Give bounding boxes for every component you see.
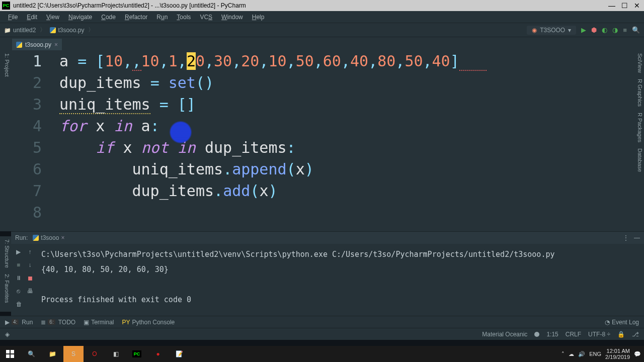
console-output[interactable]: C:\Users\t3so\PycharmProjects\untitled2\… [37,244,644,316]
menu-run[interactable]: Run [152,13,172,22]
line-number: 5 [15,137,59,158]
chevron-right-icon: 〉 [88,26,94,34]
code-line[interactable] [59,202,68,223]
language-indicator[interactable]: ENG [589,351,601,357]
lock-icon[interactable]: 🔒 [617,331,625,338]
sciview-tool[interactable]: SciView [634,53,643,73]
coverage-button[interactable]: ◐ [602,26,607,34]
line-number: 3 [15,94,59,115]
line-number: 1 [15,50,59,72]
line-number: 6 [15,158,59,180]
pycharm-taskbar-icon[interactable]: PC [127,346,147,362]
stop-button[interactable]: ■ [623,26,627,34]
close-icon[interactable]: × [61,234,64,241]
rerun-button[interactable]: ▶ [14,247,23,257]
clear-button[interactable]: 🗑 [14,299,24,309]
start-button[interactable] [0,346,20,362]
menu-code[interactable]: Code [97,13,120,22]
run-config-selector[interactable]: ◉ T3SOOO ▾ [527,26,576,35]
notifications-icon[interactable]: 💬 [634,351,641,357]
editor-tab[interactable]: t3sooo.py × [12,39,62,50]
run-panel-header: Run: t3sooo × ⋮ — [11,232,644,244]
project-tool[interactable]: 1: Project [1,53,10,76]
python-console-tool[interactable]: PY Python Console [122,319,175,326]
code-line[interactable]: uniq_items.append(x) [59,158,314,180]
code-line[interactable]: if x not in dup_items: [59,137,296,158]
menu-vcs[interactable]: VCS [196,13,216,22]
system-clock[interactable]: 12:01 AM 2/19/2019 [605,348,630,360]
title-bar: PC untitled2 [C:\Users\t3so\PycharmProje… [0,0,644,11]
softwrap-button[interactable]: ◼ [26,273,34,283]
run-button[interactable]: ▶ [581,26,586,34]
menu-file[interactable]: File [4,13,22,22]
menu-refactor[interactable]: Refactor [121,13,151,22]
opera-icon[interactable]: O [85,346,105,362]
minimize-button[interactable]: — [608,2,615,10]
code-line[interactable]: uniq_items = [] [59,94,196,115]
code-line[interactable]: dup_items.add(x) [59,180,278,202]
maximize-button[interactable]: ☐ [621,2,628,10]
encoding[interactable]: UTF-8 ÷ [588,331,610,338]
close-icon[interactable]: × [54,41,58,48]
onedrive-icon[interactable]: ☁ [569,351,574,357]
code-line[interactable]: a = [10,,10,1,20,30,20,10,50,60,40,80,50… [59,50,487,72]
structure-tool[interactable]: 7: Structure [1,239,10,268]
run-tab[interactable]: t3sooo × [33,234,64,241]
scroll-down-button[interactable]: ↓ [26,260,34,270]
code-line[interactable]: dup_items = set() [59,72,214,94]
rpackages-tool[interactable]: R Packages [634,113,643,142]
database-tool[interactable]: Database [634,148,643,172]
code-line[interactable]: for x in a: [59,115,159,137]
breadcrumb-file[interactable]: t3sooo.py [58,27,84,34]
menu-navigate[interactable]: Navigate [64,13,96,22]
minimize-panel-icon[interactable]: — [634,234,640,241]
left-tool-gutter-lower[interactable]: 7: Structure 2: Favorites [0,236,11,312]
print-button[interactable]: 🖶 [26,286,34,296]
run-side-toolbar: ▶ ↑ ■ ↓ ⏸ ◼ ⎋ 🖶 🗑 [11,244,37,316]
todo-tool[interactable]: ≣ 6:TODO [41,319,75,326]
hover-icon[interactable]: ◈ [5,331,10,338]
chevron-right-icon: 〉 [40,26,46,34]
menu-window[interactable]: Window [217,13,247,22]
debug-button[interactable]: ⬢ [591,26,597,34]
rgraphics-tool[interactable]: R Graphics [634,79,643,107]
profile-button[interactable]: ◑ [612,26,618,34]
explorer-icon[interactable]: 📁 [42,346,62,362]
cursor-position[interactable]: 1:15 [546,331,558,338]
svg-rect-1 [11,350,14,353]
pause-button[interactable]: ⏸ [14,273,23,283]
theme-dot-icon [534,332,539,337]
run-tab-label: t3sooo [41,234,59,241]
record-icon[interactable]: ● [148,346,168,362]
volume-icon[interactable]: 🔊 [578,351,585,357]
terminal-tool[interactable]: ▣ Terminal [84,319,114,326]
search-button[interactable]: 🔍 [632,26,640,34]
run-tool[interactable]: ▶ 4:Run [5,319,33,326]
menu-help[interactable]: Help [248,13,269,22]
sublime-icon[interactable]: S [63,346,84,362]
close-button[interactable]: ✕ [634,2,640,10]
notes-icon[interactable]: 📝 [169,346,189,362]
search-taskbar-icon[interactable]: 🔍 [21,346,41,362]
breadcrumb-project[interactable]: untitled2 [13,27,36,34]
left-tool-gutter[interactable]: 1: Project [0,50,11,231]
editor-tabs: t3sooo.py × [0,37,644,50]
settings-icon[interactable]: ⋮ [623,234,629,241]
svg-rect-0 [6,350,10,353]
menu-edit[interactable]: Edit [23,13,41,22]
theme-name[interactable]: Material Oceanic [482,331,527,338]
code-editor[interactable]: 1a = [10,,10,1,20,30,20,10,50,60,40,80,5… [11,50,633,231]
exit-button[interactable]: ⎋ [14,286,23,296]
event-log[interactable]: ◔ Event Log [605,319,639,326]
favorites-tool[interactable]: 2: Favorites [1,274,10,303]
menu-tools[interactable]: Tools [173,13,195,22]
tray-chevron-icon[interactable]: ˄ [561,351,565,357]
right-tool-gutter[interactable]: SciView R Graphics R Packages Database [633,50,644,231]
menu-view[interactable]: View [42,13,63,22]
python-icon [33,235,39,241]
app-icon[interactable]: ◧ [106,346,126,362]
line-ending[interactable]: CRLF [566,331,581,338]
git-icon[interactable]: ⎇ [632,331,639,338]
stop-run-button[interactable]: ■ [14,260,23,270]
scroll-up-button[interactable]: ↑ [26,247,34,257]
